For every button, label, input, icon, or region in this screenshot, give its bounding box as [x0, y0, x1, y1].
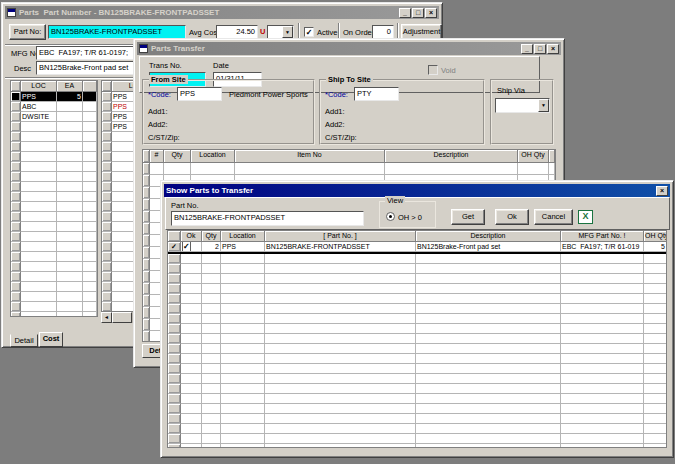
from-site-group: From Site *Code: PPS Piedmont Power Spor… — [142, 79, 315, 145]
ship-to-site-group: Ship To Site *Code: PTY Add1: Add2: C/ST… — [319, 79, 485, 145]
close-icon[interactable]: × — [425, 8, 437, 18]
cancel-button[interactable]: Cancel — [534, 209, 573, 225]
on-order-field: 0 — [372, 25, 394, 39]
tab-cost[interactable]: Cost — [39, 332, 63, 347]
oh-qty-cell: 5 — [644, 242, 667, 252]
from-add1-label: Add1: — [148, 107, 168, 116]
empty-row — [168, 254, 666, 264]
empty-row — [11, 312, 97, 317]
empty-row — [168, 314, 666, 324]
chevron-down-icon[interactable]: ▼ — [282, 26, 293, 38]
empty-row — [168, 394, 666, 404]
table-header-row: Ok Qty Location [ Part No. ] Description… — [168, 231, 666, 242]
parts-results-table: Ok Qty Location [ Part No. ] Description… — [167, 230, 667, 448]
from-add2-label: Add2: — [148, 120, 168, 129]
empty-row — [11, 212, 97, 222]
empty-row — [168, 434, 666, 444]
empty-row — [168, 324, 666, 334]
show-parts-titlebar[interactable]: Show Parts to Transfer × — [164, 184, 670, 197]
from-code-field[interactable]: PPS — [177, 87, 222, 101]
avg-cost-field: 24.50 — [216, 25, 258, 39]
location-cell: PPS — [221, 242, 265, 252]
empty-row — [11, 152, 97, 162]
minimize-icon[interactable]: _ — [399, 8, 411, 18]
table-header-row: LOC EA — [11, 81, 97, 92]
ok-button[interactable]: Ok — [495, 209, 529, 225]
tab-detail[interactable]: Detail — [10, 334, 38, 347]
part-no-input[interactable]: BN125BRAKE-FRONTPADSSET — [171, 211, 364, 226]
minimize-icon[interactable]: _ — [521, 44, 533, 54]
empty-row — [168, 404, 666, 414]
get-button[interactable]: Get — [451, 209, 485, 225]
part-no-cell: BN125BRAKE-FRONTPADSSET — [265, 242, 416, 252]
empty-row — [11, 282, 97, 292]
empty-row — [168, 424, 666, 434]
view-group: View OH > 0 — [379, 201, 436, 228]
selected-part-row[interactable]: ✓ ✓ 2 PPS BN125BRAKE-FRONTPADSSET BN125B… — [168, 242, 666, 254]
window-icon — [139, 44, 148, 53]
empty-row — [168, 284, 666, 294]
empty-row — [11, 262, 97, 272]
ok-checkbox[interactable]: ✓ — [182, 242, 191, 252]
unit-combobox[interactable]: ▼ — [267, 25, 294, 39]
search-panel: Part No. BN125BRAKE-FRONTPADSSET View OH… — [165, 197, 670, 230]
empty-row — [168, 344, 666, 354]
on-order-label: On Order — [343, 28, 374, 37]
empty-row — [168, 384, 666, 394]
empty-row — [168, 274, 666, 284]
empty-row — [168, 444, 666, 448]
window-icon — [7, 8, 16, 17]
empty-row — [11, 222, 97, 232]
date-label: Date — [213, 61, 229, 70]
desktop: { "icons": { "minimize":"_", "maximize":… — [0, 0, 675, 464]
maximize-icon[interactable]: □ — [534, 44, 546, 54]
empty-row — [11, 122, 97, 132]
show-parts-to-transfer-window: Show Parts to Transfer × Part No. BN125B… — [160, 180, 674, 458]
ship-via-combobox[interactable]: ▼ — [495, 98, 550, 113]
empty-row — [11, 302, 97, 312]
empty-row — [11, 252, 97, 262]
table-row[interactable]: ABC — [11, 102, 97, 112]
unit-flag: U — [260, 27, 265, 36]
part-no-label: Part No. — [171, 201, 199, 210]
parts-window-titlebar[interactable]: Parts Part Number - BN125BRAKE-FRONTPADS… — [5, 6, 439, 19]
transfer-window-titlebar[interactable]: Parts Transfer _ □ × — [137, 42, 561, 55]
empty-row — [11, 142, 97, 152]
scrollbar-thumb[interactable] — [112, 312, 132, 323]
close-icon[interactable]: × — [656, 186, 668, 196]
table-row[interactable]: PPS 5 — [11, 92, 97, 102]
qty-cell: 2 — [202, 242, 221, 252]
from-code-label: *Code: — [148, 90, 171, 99]
ok-cell: ✓ — [181, 242, 202, 252]
part-no-field[interactable]: BN125BRAKE-FRONTPADSSET — [48, 25, 186, 39]
ship-to-code-field[interactable]: PTY — [354, 87, 399, 101]
desc-label: Desc — [14, 64, 31, 73]
from-site-legend: From Site — [149, 75, 188, 84]
empty-row — [143, 163, 555, 175]
export-excel-icon[interactable]: X — [578, 210, 593, 224]
close-icon[interactable]: × — [547, 44, 559, 54]
show-parts-title: Show Parts to Transfer — [166, 186, 653, 195]
part-no-button[interactable]: Part No: — [9, 24, 46, 40]
empty-row — [168, 374, 666, 384]
table-row[interactable]: DWSITE — [11, 112, 97, 122]
description-cell: BN125Brake-Front pad set — [416, 242, 561, 252]
empty-row — [11, 162, 97, 172]
empty-row — [168, 304, 666, 314]
mfg-part-no-cell: EBC FA197; T/R 61-019 — [561, 242, 644, 252]
row-selected-check-icon: ✓ — [168, 242, 181, 252]
empty-row — [11, 232, 97, 242]
avg-cost-label: Avg Cost — [189, 28, 219, 37]
empty-row — [168, 334, 666, 344]
ship-via-label: Ship Via — [497, 86, 525, 95]
oh-gt-zero-radio[interactable] — [386, 212, 395, 221]
void-label: Void — [441, 66, 456, 75]
maximize-icon[interactable]: □ — [412, 8, 424, 18]
chevron-down-icon[interactable]: ▼ — [538, 99, 549, 112]
active-checkbox[interactable]: ✓ — [304, 27, 314, 37]
ship-via-group: Ship Via ▼ — [490, 79, 554, 145]
scroll-left-icon[interactable]: ◄ — [101, 312, 112, 323]
empty-row — [168, 294, 666, 304]
active-label: Active — [317, 28, 337, 37]
empty-row — [11, 132, 97, 142]
